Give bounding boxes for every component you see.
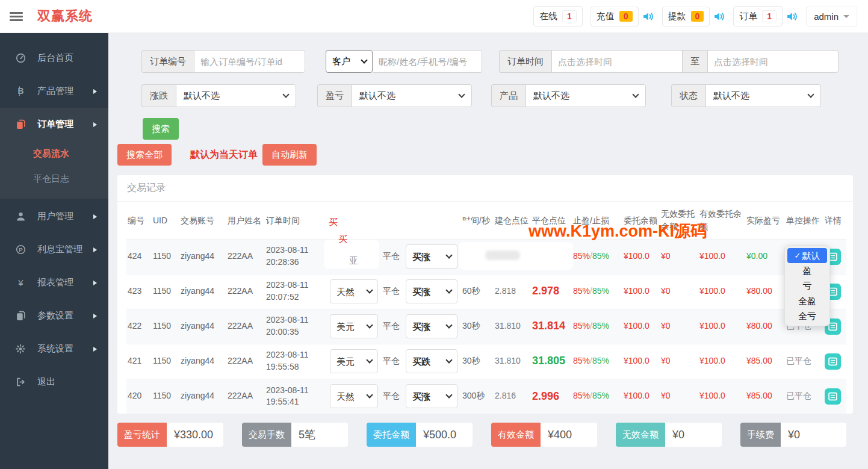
cell-detail (823, 344, 846, 379)
product-select[interactable]: 天然 (330, 384, 378, 408)
cell-account: ziyang44 (179, 239, 226, 274)
cell-account: ziyang44 (179, 309, 226, 344)
customer-filter: 客户 (326, 50, 482, 73)
sidebar-item[interactable]: 后台首页 (0, 42, 108, 75)
cell-order-time: 2023-08-11 20:07:52 (265, 274, 329, 309)
product-select[interactable]: 天然 (330, 279, 378, 303)
list-icon (828, 357, 837, 366)
updown-select[interactable]: 默认不选 (176, 84, 296, 107)
detail-button[interactable] (825, 388, 841, 405)
admin-menu[interactable]: admin (806, 7, 857, 26)
svg-text:B: B (18, 86, 24, 96)
speaker-icon[interactable] (714, 11, 725, 22)
direction-select[interactable]: 买涨 (406, 384, 457, 408)
hamburger-menu-icon[interactable] (10, 12, 23, 21)
sidebar-item[interactable]: 订单管理 (0, 108, 108, 141)
cell-stop-win-loss: 85%/85% (572, 344, 622, 379)
time-to-input[interactable] (707, 50, 839, 73)
column-header: 交易账号 (179, 202, 226, 239)
order-no-filter: 订单编号 (141, 50, 305, 73)
cell-product: 天然 (329, 274, 382, 309)
customer-type-select[interactable]: 客户 (326, 50, 373, 73)
dropdown-option[interactable]: 盈 (787, 263, 827, 278)
trade-table: 编号UID交易账号用户姓名订单时间时间/秒建仓点位平仓点位止盈/止损委托余额无效… (126, 202, 846, 414)
time-from-input[interactable] (551, 50, 683, 73)
column-header: 详情 (823, 202, 846, 239)
speaker-icon[interactable] (643, 11, 654, 22)
chevron-right-icon (93, 313, 98, 319)
search-all-button[interactable]: 搜索全部 (117, 144, 172, 166)
order-no-input[interactable] (194, 50, 305, 73)
cell-status: 平仓 (382, 239, 405, 274)
sidebar-item[interactable]: ¥报表管理 (0, 266, 108, 299)
order-time-label: 订单时间 (499, 50, 551, 73)
cell-entrust-balance: ¥100.0 (622, 274, 660, 309)
direction-select[interactable]: 买涨 (406, 279, 457, 303)
topbar-stat: 充值0 (591, 7, 654, 26)
dropdown-option[interactable]: ✓默认 (787, 248, 827, 263)
sidebar-item[interactable]: 系统设置 (0, 332, 108, 365)
cell-actual-profit: ¥80.00 (745, 274, 785, 309)
cell-entrust-balance: ¥100.0 (622, 379, 660, 414)
dropdown-option[interactable]: 全亏 (787, 308, 827, 323)
product-select[interactable]: 美元 (330, 349, 378, 373)
chevron-down-icon (445, 287, 452, 293)
sidebar-active-block: 订单管理交易流水平仓日志 (0, 108, 108, 199)
chevron-down-icon (843, 15, 849, 18)
cell-stop-win-loss: 85%/85% (572, 274, 622, 309)
status-label: 状态 (671, 84, 705, 107)
cell-product: 美元 (329, 344, 382, 379)
sidebar-item[interactable]: B产品管理 (0, 75, 108, 108)
summary-label: 委托金额 (367, 423, 416, 447)
cell-valid-balance: ¥100.0 (698, 344, 745, 379)
chevron-right-icon (93, 346, 98, 352)
sidebar-item[interactable]: 退出 (0, 365, 108, 399)
auto-refresh-button[interactable]: 自动刷新 (262, 144, 317, 166)
cell-actual-profit: ¥85.00 (745, 379, 785, 414)
cell-close-point: 2.978 (531, 274, 572, 309)
stat-box: 提款0 (662, 7, 710, 26)
product-filter-select[interactable]: 默认不选 (525, 84, 646, 107)
summary-label: 有效金额 (491, 423, 541, 447)
direction-select[interactable]: 买跌 (406, 349, 457, 373)
dropdown-option[interactable]: 亏 (787, 278, 827, 293)
cell-valid-balance: ¥100.0 (698, 239, 745, 274)
detail-button[interactable] (825, 353, 841, 370)
summary-value: 5笔 (291, 423, 348, 447)
search-button[interactable]: 搜索 (143, 118, 179, 140)
stat-count-badge: 0 (619, 11, 633, 22)
order-icon (16, 119, 30, 129)
summary-stat: 有效金额 ¥400 (491, 423, 597, 447)
sidebar-subitem[interactable]: 交易流水 (0, 141, 108, 166)
sidebar-subitem[interactable]: 平仓日志 (0, 166, 108, 191)
sidebar-menu: 后台首页B产品管理订单管理交易流水平仓日志用户管理P利息宝管理¥报表管理参数设置… (0, 42, 108, 399)
customer-input[interactable] (373, 50, 482, 73)
profit-select[interactable]: 默认不选 (352, 84, 472, 107)
direction-select[interactable]: 买涨 (406, 244, 457, 269)
cell-seconds: 30秒 (461, 344, 494, 379)
status-select[interactable]: 默认不选 (705, 84, 821, 107)
sidebar-item[interactable]: 参数设置 (0, 299, 108, 332)
cell-username: 222AA (226, 344, 265, 379)
chevron-down-icon (632, 91, 639, 98)
sidebar-item[interactable]: P利息宝管理 (0, 233, 108, 266)
control-dropdown: ✓默认盈亏全盈全亏 (784, 245, 830, 326)
cell-order-time: 2023-08-11 20:00:35 (265, 309, 329, 344)
trade-records-panel: 交易记录 编号UID交易账号用户姓名订单时间时间/秒建仓点位平仓点位止盈/止损委… (117, 175, 853, 414)
summary-stat: 盈亏统计 ¥330.00 (117, 423, 223, 447)
updown-filter: 涨跌 默认不选 (141, 84, 296, 107)
cell-direction: 买跌 (405, 344, 461, 379)
cell-entrust-balance: ¥100.0 (622, 309, 660, 344)
stat-label: 提款 (668, 11, 686, 22)
dropdown-option[interactable]: 全盈 (787, 293, 827, 308)
sidebar-item[interactable]: 用户管理 (0, 200, 108, 233)
yen-icon: ¥ (16, 278, 30, 288)
cell-seconds: 60秒 (461, 274, 494, 309)
chevron-right-icon (93, 122, 98, 128)
product-select[interactable]: 美元 (330, 314, 378, 338)
cell-account: ziyang44 (179, 379, 226, 414)
cell-actual-profit: ¥80.00 (745, 309, 785, 344)
direction-select[interactable]: 买涨 (406, 314, 457, 338)
column-header: 编号 (126, 202, 152, 239)
speaker-icon[interactable] (787, 11, 798, 22)
